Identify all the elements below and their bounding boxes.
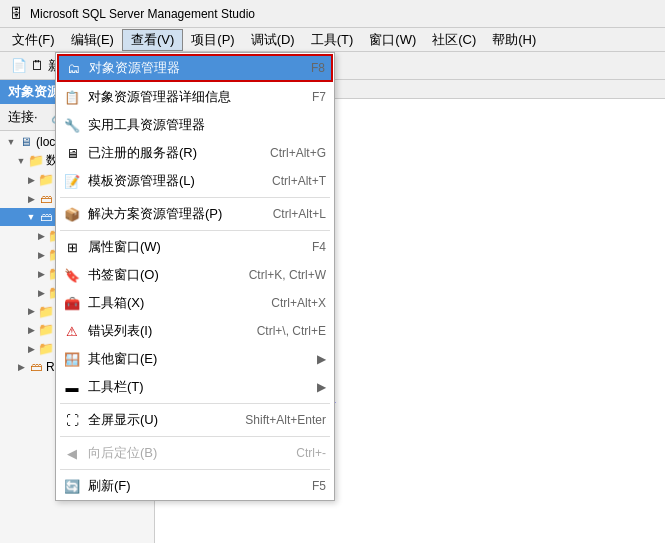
separator-5 bbox=[60, 469, 330, 470]
shortcut-template: Ctrl+Alt+T bbox=[252, 174, 326, 188]
app-icon: 🗄 bbox=[8, 6, 24, 22]
expand-data[interactable]: ▶ bbox=[34, 229, 48, 243]
toolbar-icon-area: ▬ bbox=[60, 376, 84, 398]
menu-help[interactable]: 帮助(H) bbox=[484, 29, 544, 51]
expand-reportserver[interactable]: ▶ bbox=[14, 360, 28, 374]
expand-sys[interactable]: ▶ bbox=[24, 173, 38, 187]
separator-3 bbox=[60, 403, 330, 404]
shortcut-explorer: F8 bbox=[291, 61, 325, 75]
nav-back-icon-area: ◀ bbox=[60, 442, 84, 464]
item-label-registered: 已注册的服务器(R) bbox=[88, 144, 246, 162]
details-icon-area: 📋 bbox=[60, 86, 84, 108]
app-title: Microsoft SQL Server Management Studio bbox=[30, 7, 255, 21]
shortcut-oe-details: F7 bbox=[292, 90, 326, 104]
shortcut-registered: Ctrl+Alt+G bbox=[250, 146, 326, 160]
menu-item-oe-details[interactable]: 📋 对象资源管理器详细信息 F7 bbox=[56, 83, 334, 111]
menu-item-error[interactable]: ⚠ 错误列表(I) Ctrl+\, Ctrl+E bbox=[56, 317, 334, 345]
solution-icon: 📦 bbox=[64, 207, 80, 222]
folder-icon: 📁 bbox=[28, 153, 44, 169]
other-icon-area: 🪟 bbox=[60, 348, 84, 370]
bookmarks-icon-area: 🔖 bbox=[60, 264, 84, 286]
item-label-oe-details: 对象资源管理器详细信息 bbox=[88, 88, 288, 106]
menu-file[interactable]: 文件(F) bbox=[4, 29, 63, 51]
menu-edit[interactable]: 编辑(E) bbox=[63, 29, 122, 51]
menu-bar: 文件(F) 编辑(E) 查看(V) 项目(P) 调试(D) 工具(T) 窗口(W… bbox=[0, 28, 665, 52]
separator-4 bbox=[60, 436, 330, 437]
connect-label[interactable]: 连接· bbox=[4, 106, 42, 128]
bookmarks-icon: 🔖 bbox=[64, 268, 80, 283]
error-icon: ⚠ bbox=[66, 324, 78, 339]
registered-icon: 🖥 bbox=[66, 146, 79, 161]
arrow-other: ▶ bbox=[297, 352, 326, 366]
shortcut-fullscreen: Shift+Alt+Enter bbox=[225, 413, 326, 427]
shortcut-toolbox: Ctrl+Alt+X bbox=[251, 296, 326, 310]
item-label-bookmarks: 书签窗口(O) bbox=[88, 266, 225, 284]
item-label-properties: 属性窗口(W) bbox=[88, 238, 288, 256]
folder-icon-se: 📁 bbox=[38, 303, 54, 319]
arrow-toolbar: ▶ bbox=[297, 380, 326, 394]
separator-2 bbox=[60, 230, 330, 231]
expand-se[interactable]: ▶ bbox=[24, 304, 38, 318]
menu-item-object-explorer[interactable]: 🗂 对象资源管理器 F8 bbox=[57, 54, 333, 82]
refresh-icon-area: 🔄 bbox=[60, 475, 84, 497]
explorer-icon-area: 🗂 bbox=[61, 57, 85, 79]
menu-item-toolbox[interactable]: 🧰 工具箱(X) Ctrl+Alt+X bbox=[56, 289, 334, 317]
item-label-utility: 实用工具资源管理器 bbox=[88, 116, 302, 134]
menu-item-other-windows[interactable]: 🪟 其他窗口(E) ▶ bbox=[56, 345, 334, 373]
utility-icon-area: 🔧 bbox=[60, 114, 84, 136]
menu-item-nav-back[interactable]: ◀ 向后定位(B) Ctrl+- bbox=[56, 439, 334, 467]
server-icon: 🖥 bbox=[18, 134, 34, 150]
shortcut-bookmarks: Ctrl+K, Ctrl+W bbox=[229, 268, 326, 282]
folder-icon-store: 📁 bbox=[38, 322, 54, 338]
expand-2018[interactable]: ▼ bbox=[24, 210, 38, 224]
menu-view[interactable]: 查看(V) bbox=[122, 29, 183, 51]
folder-icon-sys: 📁 bbox=[38, 172, 54, 188]
new-query-icon: 📄 bbox=[11, 58, 27, 73]
fullscreen-icon: ⛶ bbox=[66, 413, 79, 428]
properties-icon: ⊞ bbox=[67, 240, 78, 255]
expand-sync[interactable]: ▶ bbox=[34, 267, 48, 281]
explorer-icon: 🗂 bbox=[67, 61, 80, 76]
menu-item-registered[interactable]: 🖥 已注册的服务器(R) Ctrl+Alt+G bbox=[56, 139, 334, 167]
menu-item-template[interactable]: 📝 模板资源管理器(L) Ctrl+Alt+T bbox=[56, 167, 334, 195]
registered-icon-area: 🖥 bbox=[60, 142, 84, 164]
fullscreen-icon-area: ⛶ bbox=[60, 409, 84, 431]
db-icon-1: 🗃 bbox=[38, 191, 54, 207]
expand-db1[interactable]: ▶ bbox=[24, 192, 38, 206]
utility-icon: 🔧 bbox=[64, 118, 80, 133]
error-icon-area: ⚠ bbox=[60, 320, 84, 342]
properties-icon-area: ⊞ bbox=[60, 236, 84, 258]
menu-item-utility[interactable]: 🔧 实用工具资源管理器 bbox=[56, 111, 334, 139]
expand-databases[interactable]: ▼ bbox=[14, 154, 28, 168]
expand-server[interactable]: ▼ bbox=[4, 135, 18, 149]
toolbar-sm-icon: ▬ bbox=[66, 380, 79, 395]
toolbox-icon-area: 🧰 bbox=[60, 292, 84, 314]
menu-item-refresh[interactable]: 🔄 刷新(F) F5 bbox=[56, 472, 334, 500]
item-label-other: 其他窗口(E) bbox=[88, 350, 293, 368]
menu-item-fullscreen[interactable]: ⛶ 全屏显示(U) Shift+Alt+Enter bbox=[56, 406, 334, 434]
menu-item-toolbar[interactable]: ▬ 工具栏(T) ▶ bbox=[56, 373, 334, 401]
db-icon-2018: 🗃 bbox=[38, 209, 54, 225]
other-icon: 🪟 bbox=[64, 352, 80, 367]
details-icon: 📋 bbox=[64, 90, 80, 105]
item-label-nav-back: 向后定位(B) bbox=[88, 444, 272, 462]
expand-store[interactable]: ▶ bbox=[24, 323, 38, 337]
menu-dropdown: 🗂 对象资源管理器 F8 📋 对象资源管理器详细信息 F7 🔧 实用工具资源管理… bbox=[55, 52, 335, 501]
menu-community[interactable]: 社区(C) bbox=[424, 29, 484, 51]
menu-debug[interactable]: 调试(D) bbox=[243, 29, 303, 51]
menu-item-bookmarks[interactable]: 🔖 书签窗口(O) Ctrl+K, Ctrl+W bbox=[56, 261, 334, 289]
expand-avail[interactable]: ▶ bbox=[34, 286, 48, 300]
menu-project[interactable]: 项目(P) bbox=[183, 29, 242, 51]
menu-item-properties[interactable]: ⊞ 属性窗口(W) F4 bbox=[56, 233, 334, 261]
shortcut-refresh: F5 bbox=[292, 479, 326, 493]
menu-window[interactable]: 窗口(W) bbox=[361, 29, 424, 51]
title-bar: 🗄 Microsoft SQL Server Management Studio bbox=[0, 0, 665, 28]
nav-back-icon: ◀ bbox=[67, 446, 77, 461]
expand-view2[interactable]: ▶ bbox=[34, 248, 48, 262]
db-icon-reportserver: 🗃 bbox=[28, 359, 44, 375]
toolbox-icon: 🧰 bbox=[64, 296, 80, 311]
item-label-refresh: 刷新(F) bbox=[88, 477, 288, 495]
menu-tools[interactable]: 工具(T) bbox=[303, 29, 362, 51]
menu-item-solution[interactable]: 📦 解决方案资源管理器(P) Ctrl+Alt+L bbox=[56, 200, 334, 228]
expand-security[interactable]: ▶ bbox=[24, 342, 38, 356]
